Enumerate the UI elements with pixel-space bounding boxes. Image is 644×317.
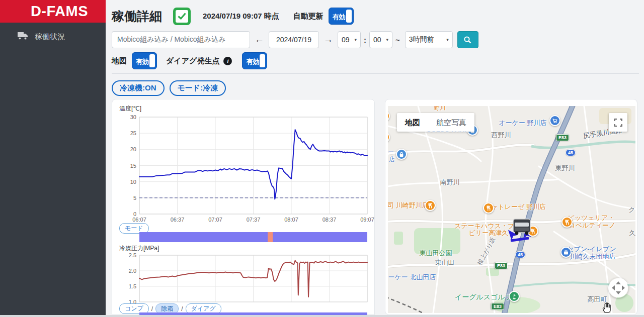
data-timestamp: 2024/07/19 09:07 時点 [203, 12, 279, 21]
map-pin-cart-icon[interactable] [549, 115, 560, 126]
auto-refresh-label: 自動更新 [293, 12, 324, 21]
map-canvas[interactable]: 地図 航空写真 [388, 106, 635, 313]
time-range-select[interactable]: 3時間前▾ [405, 31, 453, 48]
svg-text:08:37: 08:37 [323, 217, 337, 223]
mode-band-segment [268, 232, 272, 242]
status-badge-refrigerator: 冷凍機:ON [112, 80, 165, 96]
date-input[interactable] [269, 31, 319, 48]
truck-icon [17, 32, 28, 42]
svg-text:07:07: 07:07 [208, 217, 222, 223]
header-row: 稼働詳細 2024/07/19 09:07 時点 自動更新 有効 [112, 6, 354, 26]
time-colon: : [364, 36, 366, 44]
truck-marker-icon [511, 218, 532, 235]
vehicle-marker[interactable] [511, 218, 532, 237]
sidebar-item-label: 稼働状況 [35, 32, 65, 42]
app-logo: D-FAMS [0, 0, 106, 23]
svg-text:20: 20 [130, 146, 136, 152]
info-icon[interactable]: i [223, 57, 232, 65]
mode-band [139, 232, 367, 242]
map-pin-store-icon[interactable] [560, 247, 572, 258]
map-pin-fork-icon[interactable] [483, 202, 494, 214]
status-check-icon [173, 8, 191, 25]
status-badges-row: 冷凍機:ON モード:冷凍 [112, 80, 226, 96]
page-title: 稼働詳細 [112, 8, 162, 25]
map-pin-lock-icon[interactable] [396, 149, 407, 160]
chevron-down-icon: ▾ [446, 37, 449, 42]
svg-text:5: 5 [133, 195, 136, 201]
fullscreen-icon [614, 119, 622, 127]
status-badge-mode: モード:冷凍 [170, 80, 226, 96]
svg-text:2.5: 2.5 [129, 252, 136, 258]
mode-band-segment [139, 232, 268, 242]
map-pin-fork-icon[interactable] [561, 217, 573, 228]
search-icon [463, 36, 472, 44]
route-shield: E83 [495, 262, 508, 269]
prev-day-arrow[interactable]: ← [255, 34, 264, 45]
route-shield: E83 [556, 134, 569, 141]
diag-points-label: ダイアグ発生点 [166, 56, 219, 66]
pan-hand-cursor [601, 301, 612, 313]
query-controls-row: ← → 09▾ : 00▾ ~ 3時間前▾ [112, 31, 478, 48]
header-divider [112, 73, 639, 74]
display-options-row: 地図 有効 ダイアグ発生点 i 有効 [112, 52, 267, 69]
svg-text:25: 25 [130, 130, 136, 136]
chevron-down-icon: ▾ [386, 37, 388, 42]
map-type-satellite-button[interactable]: 航空写真 [428, 113, 474, 132]
sidebar: D-FAMS 稼働状況 [0, 0, 106, 315]
map-type-control: 地図 航空写真 [397, 113, 474, 132]
map-roads-layer [388, 106, 635, 313]
route-shield: 45 [566, 149, 576, 156]
svg-text:10: 10 [130, 179, 136, 185]
map-toggle[interactable]: 有効 [132, 52, 157, 69]
route-shield: 45 [515, 251, 525, 258]
auto-refresh-toggle[interactable]: 有効 [329, 8, 354, 25]
svg-text:30: 30 [130, 114, 136, 120]
diag-points-toggle[interactable]: 有効 [242, 52, 267, 69]
window-bottom-edge [0, 315, 644, 317]
route-shield: E83 [491, 303, 504, 310]
main-content: 稼働詳細 2024/07/19 09:07 時点 自動更新 有効 ← → 09▾… [106, 0, 644, 317]
map-type-map-button[interactable]: 地図 [397, 113, 428, 132]
fullscreen-button[interactable] [609, 113, 627, 132]
sidebar-item-operation-status[interactable]: 稼働状況 [0, 23, 106, 49]
search-button[interactable] [457, 31, 478, 48]
svg-text:06:07: 06:07 [132, 217, 146, 223]
map-toggle-label: 地図 [112, 56, 127, 66]
hour-select[interactable]: 09▾ [338, 31, 361, 48]
vehicle-select-input[interactable] [112, 31, 250, 48]
map-panel: 地図 航空写真 [385, 99, 637, 315]
range-tilde: ~ [395, 36, 400, 44]
svg-text:06:37: 06:37 [171, 217, 185, 223]
pressure-chart: 1.01.52.02.5 [112, 251, 375, 304]
pan-control[interactable] [608, 278, 628, 298]
minute-select[interactable]: 00▾ [369, 31, 392, 48]
map-pin-fork-icon[interactable] [425, 200, 436, 211]
svg-text:07:37: 07:37 [247, 217, 261, 223]
temperature-chart: 05101520253006:0706:3707:0707:3708:0708:… [112, 112, 375, 226]
svg-text:09:07: 09:07 [360, 217, 374, 223]
svg-text:15: 15 [130, 163, 136, 169]
pan-arrows-icon [608, 278, 628, 298]
chevron-down-icon: ▾ [354, 37, 357, 42]
mode-band-segment [273, 232, 367, 242]
svg-text:1.5: 1.5 [129, 283, 136, 289]
svg-text:2.0: 2.0 [129, 268, 136, 274]
map-pin-golf-icon[interactable] [509, 291, 520, 302]
charts-panel: 温度[℃] 05101520253006:0706:3707:0707:3708… [112, 99, 375, 315]
next-day-arrow[interactable]: → [324, 34, 333, 45]
svg-text:08:07: 08:07 [284, 217, 298, 223]
